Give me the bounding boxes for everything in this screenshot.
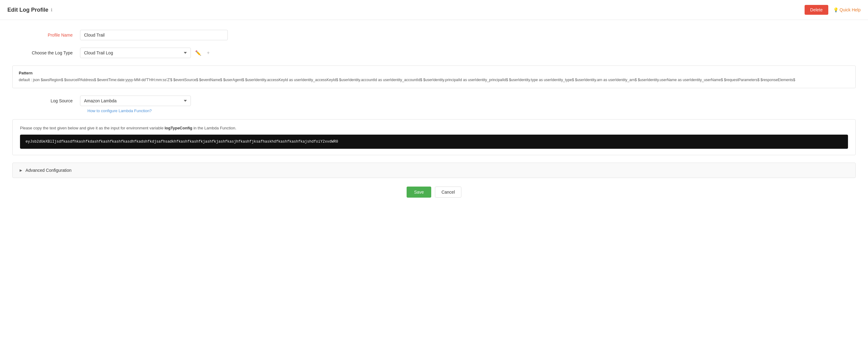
edit-log-type-button[interactable]: ✏️ — [194, 49, 203, 57]
quick-help-button[interactable]: 💡 Quick Help — [833, 7, 861, 12]
header-left: Edit Log Profile ℹ — [7, 7, 52, 13]
delete-button[interactable]: Delete — [805, 5, 828, 15]
log-type-select-wrapper: Cloud Trail Log S3 Log VPC Flow Log ✏️ + — [80, 48, 211, 58]
log-type-row: Choose the Log Type Cloud Trail Log S3 L… — [12, 48, 856, 58]
log-type-label: Choose the Log Type — [12, 50, 80, 55]
pattern-text: default : json $awsRegion$ $sourceIPAddr… — [19, 77, 849, 83]
lambda-config-description: Please copy the text given below and giv… — [20, 126, 848, 130]
page-header: Edit Log Profile ℹ Delete 💡 Quick Help — [0, 0, 868, 20]
page-content: Profile Name Choose the Log Type Cloud T… — [0, 20, 868, 207]
pattern-box: Pattern default : json $awsRegion$ $sour… — [12, 65, 856, 88]
lambda-config-box: Please copy the text given below and giv… — [12, 119, 856, 155]
profile-name-input[interactable] — [80, 30, 228, 40]
pattern-title: Pattern — [19, 71, 849, 75]
profile-name-label: Profile Name — [12, 33, 80, 37]
log-source-label: Log Source — [12, 98, 80, 103]
save-button[interactable]: Save — [407, 186, 431, 198]
header-right: Delete 💡 Quick Help — [805, 5, 861, 15]
bulb-icon: 💡 — [833, 7, 838, 12]
log-type-select[interactable]: Cloud Trail Log S3 Log VPC Flow Log — [80, 48, 191, 58]
form-actions: Save Cancel — [12, 186, 856, 198]
cancel-button[interactable]: Cancel — [435, 186, 461, 198]
lambda-config-env-var: logTypeConfig — [165, 126, 192, 130]
advanced-config-row[interactable]: ► Advanced Configuration — [12, 163, 856, 178]
page-title: Edit Log Profile — [7, 7, 48, 13]
log-source-select[interactable]: Amazon Lambda Amazon S3 Amazon Kinesis — [80, 96, 191, 106]
profile-name-row: Profile Name — [12, 30, 856, 40]
quick-help-label: Quick Help — [840, 7, 861, 12]
lambda-config-code[interactable]: eyJsb2dUeXBlIjsdfkasdfhkashfkdashfkashfk… — [20, 135, 848, 149]
lambda-config-prefix: Please copy the text given below and giv… — [20, 126, 165, 130]
add-log-type-button[interactable]: + — [206, 49, 211, 57]
advanced-config-label: Advanced Configuration — [26, 168, 71, 173]
configure-lambda-link[interactable]: How to configure Lambda Function? — [87, 108, 856, 113]
log-source-row: Log Source Amazon Lambda Amazon S3 Amazo… — [12, 96, 856, 106]
lambda-config-suffix: in the Lambda Function. — [192, 126, 237, 130]
info-icon[interactable]: ℹ — [51, 7, 52, 12]
chevron-right-icon: ► — [19, 168, 23, 173]
